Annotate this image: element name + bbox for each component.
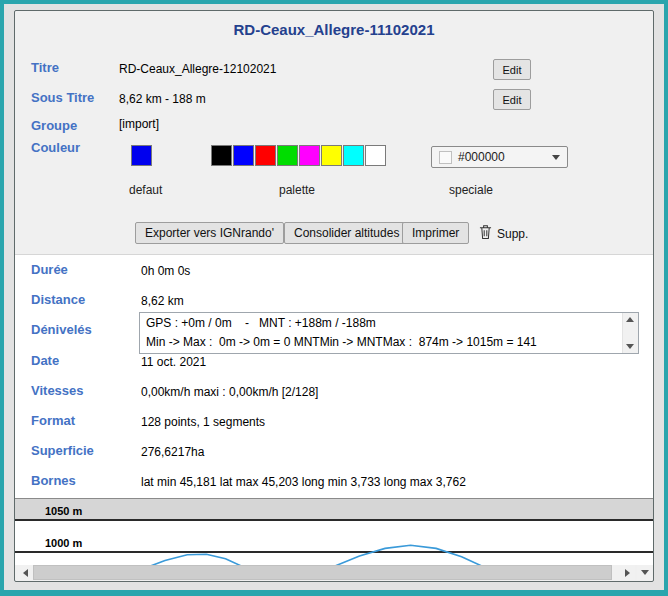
dialog-title: RD-Ceaux_Allegre-11102021 [15,21,653,38]
scroll-down-icon [641,570,649,575]
format-label: Format [31,413,75,428]
print-button[interactable]: Imprimer [402,222,469,244]
palette-swatch[interactable] [233,145,254,166]
duree-value: 0h 0m 0s [141,264,190,278]
vertical-scroll-down-button[interactable] [637,565,652,580]
scroll-up-icon [626,317,634,322]
bornes-label: Bornes [31,473,76,488]
titre-value: RD-Ceaux_Allegre-12102021 [119,62,276,76]
palette-swatch[interactable] [321,145,342,166]
couleur-label: Couleur [31,140,80,155]
deniveles-vertical-scrollbar[interactable] [622,313,638,353]
deniveles-label: Dénivelés [31,322,92,337]
palette-swatch[interactable] [277,145,298,166]
palette-swatch[interactable] [343,145,364,166]
superficie-label: Superficie [31,443,94,458]
deniveles-textbox[interactable]: GPS : +0m / 0m - MNT : +188m / -188m Min… [139,312,639,354]
speciale-value: #000000 [458,150,546,164]
sous-titre-label: Sous Titre [31,90,94,105]
elevation-profile-chart: 1050 m 1000 m [15,498,653,565]
deniveles-line2: Min -> Max : 0m -> 0m = 0 MNTMin -> MNTM… [140,332,622,351]
vitesses-label: Vitesses [31,383,84,398]
deniveles-line1: GPS : +0m / 0m - MNT : +188m / -188m [140,313,622,332]
stats-section: Durée 0h 0m 0s Distance 8,62 km Dénivelé… [15,254,653,499]
delete-button[interactable]: Supp. [479,224,528,244]
horizontal-scrollbar[interactable] [18,565,635,580]
scroll-right-button[interactable] [620,565,635,580]
titre-label: Titre [31,60,59,75]
bornes-value: lat min 45,181 lat max 45,203 long min 3… [141,475,466,489]
groupe-value: [import] [119,117,159,131]
defaut-caption: defaut [129,183,162,197]
palette-swatch[interactable] [255,145,276,166]
date-label: Date [31,353,59,368]
palette-caption: palette [279,183,315,197]
duree-label: Durée [31,262,68,277]
scroll-left-button[interactable] [18,565,33,580]
default-color-swatch[interactable] [131,145,152,166]
special-color-dropdown[interactable]: #000000 [431,146,568,168]
scroll-down-icon [626,344,634,349]
track-properties-dialog: RD-Ceaux_Allegre-11102021 Titre RD-Ceaux… [14,10,654,582]
scroll-up-button[interactable] [623,313,637,326]
delete-label: Supp. [497,227,528,241]
window-background: RD-Ceaux_Allegre-11102021 Titre RD-Ceaux… [4,4,664,590]
format-value: 128 points, 1 segments [141,415,265,429]
scroll-right-icon [625,569,630,577]
palette-swatches [211,145,386,166]
speciale-caption: speciale [449,183,493,197]
vitesses-value: 0,00km/h maxi : 0,00km/h [2/128] [141,385,318,399]
date-value: 11 oct. 2021 [141,355,206,369]
chevron-down-icon [552,155,560,160]
sous-titre-value: 8,62 km - 188 m [119,92,206,106]
groupe-label: Groupe [31,118,77,133]
trash-icon [479,224,492,244]
titre-edit-button[interactable]: Edit [493,59,531,80]
horizontal-scrollbar-thumb[interactable] [33,565,612,580]
export-ignrando-button[interactable]: Exporter vers IGNrando' [135,222,284,244]
elevation-curve [15,499,653,565]
consolidate-altitudes-button[interactable]: Consolider altitudes [284,222,409,244]
palette-swatch[interactable] [211,145,232,166]
palette-swatch[interactable] [299,145,320,166]
distance-label: Distance [31,292,85,307]
scroll-left-icon [23,569,28,577]
scroll-down-button[interactable] [623,340,637,353]
sous-titre-edit-button[interactable]: Edit [493,89,531,110]
palette-swatch[interactable] [365,145,386,166]
distance-value: 8,62 km [141,294,184,308]
speciale-swatch [439,151,452,164]
superficie-value: 276,6217ha [141,445,204,459]
application-window: RD-Ceaux_Allegre-11102021 Titre RD-Ceaux… [0,0,668,596]
